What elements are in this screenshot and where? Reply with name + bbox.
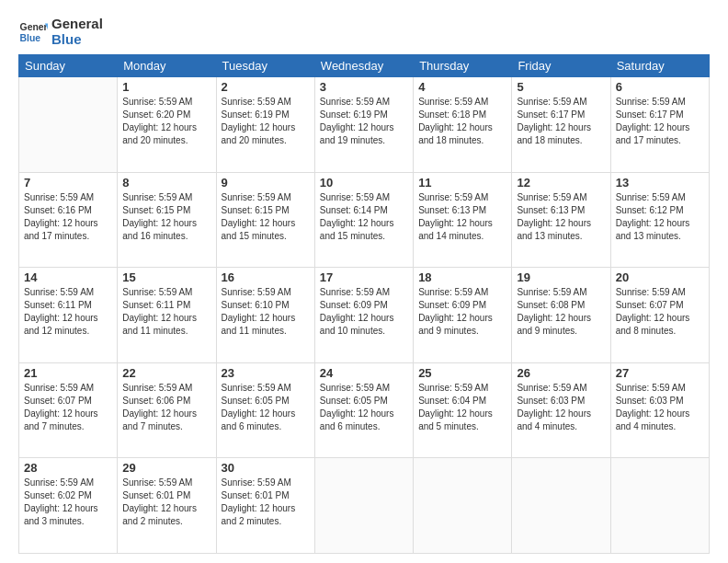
day-info: Sunrise: 5:59 AM Sunset: 6:15 PM Dayligh… [122, 191, 210, 243]
day-info: Sunrise: 5:59 AM Sunset: 6:06 PM Dayligh… [122, 382, 210, 433]
svg-text:General: General [20, 22, 48, 32]
calendar-cell [314, 458, 413, 554]
day-info: Sunrise: 5:59 AM Sunset: 6:14 PM Dayligh… [320, 191, 408, 243]
calendar-cell: 4Sunrise: 5:59 AM Sunset: 6:18 PM Daylig… [414, 77, 512, 173]
calendar-header-row: SundayMondayTuesdayWednesdayThursdayFrid… [19, 55, 710, 77]
calendar-cell: 30Sunrise: 5:59 AM Sunset: 6:01 PM Dayli… [216, 458, 314, 554]
day-number: 1 [122, 80, 210, 94]
page: General Blue General Blue SundayMondayTu… [0, 0, 728, 563]
calendar-cell: 9Sunrise: 5:59 AM Sunset: 6:15 PM Daylig… [216, 172, 314, 268]
calendar-cell: 12Sunrise: 5:59 AM Sunset: 6:13 PM Dayli… [512, 172, 610, 268]
header: General Blue General Blue [18, 17, 710, 47]
calendar-week-row: 14Sunrise: 5:59 AM Sunset: 6:11 PM Dayli… [19, 268, 710, 363]
day-info: Sunrise: 5:59 AM Sunset: 6:12 PM Dayligh… [616, 191, 704, 243]
weekday-header-sunday: Sunday [19, 55, 118, 77]
weekday-header-saturday: Saturday [610, 55, 709, 77]
calendar-cell: 15Sunrise: 5:59 AM Sunset: 6:11 PM Dayli… [118, 268, 216, 363]
calendar-cell: 1Sunrise: 5:59 AM Sunset: 6:20 PM Daylig… [118, 77, 216, 173]
logo-icon: General Blue [18, 17, 48, 47]
weekday-header-friday: Friday [512, 55, 610, 77]
day-info: Sunrise: 5:59 AM Sunset: 6:01 PM Dayligh… [222, 477, 310, 528]
calendar-cell: 21Sunrise: 5:59 AM Sunset: 6:07 PM Dayli… [19, 362, 118, 458]
day-number: 19 [517, 270, 605, 284]
day-number: 26 [517, 366, 605, 380]
day-number: 8 [122, 176, 210, 190]
calendar-cell: 8Sunrise: 5:59 AM Sunset: 6:15 PM Daylig… [118, 172, 216, 268]
day-number: 5 [517, 80, 605, 94]
day-number: 10 [320, 176, 408, 190]
calendar-cell: 16Sunrise: 5:59 AM Sunset: 6:10 PM Dayli… [216, 268, 314, 363]
day-info: Sunrise: 5:59 AM Sunset: 6:17 PM Dayligh… [517, 96, 605, 147]
day-number: 29 [122, 461, 210, 475]
calendar-cell: 5Sunrise: 5:59 AM Sunset: 6:17 PM Daylig… [512, 77, 610, 173]
day-info: Sunrise: 5:59 AM Sunset: 6:09 PM Dayligh… [418, 286, 506, 338]
day-info: Sunrise: 5:59 AM Sunset: 6:08 PM Dayligh… [517, 286, 605, 338]
day-number: 7 [24, 176, 112, 190]
day-number: 25 [418, 366, 506, 380]
day-info: Sunrise: 5:59 AM Sunset: 6:19 PM Dayligh… [320, 96, 408, 147]
day-info: Sunrise: 5:59 AM Sunset: 6:09 PM Dayligh… [320, 286, 408, 338]
svg-text:Blue: Blue [20, 32, 41, 42]
day-number: 2 [222, 80, 310, 94]
day-number: 11 [418, 176, 506, 190]
calendar-week-row: 28Sunrise: 5:59 AM Sunset: 6:02 PM Dayli… [19, 458, 710, 554]
day-number: 15 [122, 270, 210, 284]
calendar-cell: 18Sunrise: 5:59 AM Sunset: 6:09 PM Dayli… [414, 268, 512, 363]
day-number: 13 [616, 176, 704, 190]
calendar-week-row: 1Sunrise: 5:59 AM Sunset: 6:20 PM Daylig… [19, 77, 710, 173]
day-info: Sunrise: 5:59 AM Sunset: 6:03 PM Dayligh… [517, 382, 605, 433]
day-number: 20 [616, 270, 704, 284]
day-info: Sunrise: 5:59 AM Sunset: 6:11 PM Dayligh… [24, 286, 112, 338]
day-number: 6 [616, 80, 704, 94]
calendar-cell: 28Sunrise: 5:59 AM Sunset: 6:02 PM Dayli… [19, 458, 118, 554]
day-info: Sunrise: 5:59 AM Sunset: 6:11 PM Dayligh… [122, 286, 210, 338]
calendar-cell: 10Sunrise: 5:59 AM Sunset: 6:14 PM Dayli… [314, 172, 413, 268]
day-info: Sunrise: 5:59 AM Sunset: 6:02 PM Dayligh… [24, 477, 112, 528]
calendar-cell: 7Sunrise: 5:59 AM Sunset: 6:16 PM Daylig… [19, 172, 118, 268]
calendar-cell: 20Sunrise: 5:59 AM Sunset: 6:07 PM Dayli… [610, 268, 709, 363]
calendar-cell: 23Sunrise: 5:59 AM Sunset: 6:05 PM Dayli… [216, 362, 314, 458]
day-number: 22 [122, 366, 210, 380]
day-number: 14 [24, 270, 112, 284]
day-number: 30 [222, 461, 310, 475]
calendar-cell: 17Sunrise: 5:59 AM Sunset: 6:09 PM Dayli… [314, 268, 413, 363]
weekday-header-monday: Monday [118, 55, 216, 77]
day-info: Sunrise: 5:59 AM Sunset: 6:01 PM Dayligh… [122, 477, 210, 528]
day-info: Sunrise: 5:59 AM Sunset: 6:17 PM Dayligh… [616, 96, 704, 147]
calendar-cell: 22Sunrise: 5:59 AM Sunset: 6:06 PM Dayli… [118, 362, 216, 458]
calendar-cell [414, 458, 512, 554]
day-info: Sunrise: 5:59 AM Sunset: 6:07 PM Dayligh… [24, 382, 112, 433]
day-info: Sunrise: 5:59 AM Sunset: 6:05 PM Dayligh… [320, 382, 408, 433]
day-number: 16 [222, 270, 310, 284]
calendar-cell [512, 458, 610, 554]
day-info: Sunrise: 5:59 AM Sunset: 6:15 PM Dayligh… [222, 191, 310, 243]
calendar-cell: 24Sunrise: 5:59 AM Sunset: 6:05 PM Dayli… [314, 362, 413, 458]
weekday-header-thursday: Thursday [414, 55, 512, 77]
calendar-cell: 27Sunrise: 5:59 AM Sunset: 6:03 PM Dayli… [610, 362, 709, 458]
day-number: 18 [418, 270, 506, 284]
day-number: 12 [517, 176, 605, 190]
calendar-cell [610, 458, 709, 554]
calendar-cell: 25Sunrise: 5:59 AM Sunset: 6:04 PM Dayli… [414, 362, 512, 458]
day-info: Sunrise: 5:59 AM Sunset: 6:13 PM Dayligh… [418, 191, 506, 243]
day-number: 27 [616, 366, 704, 380]
day-number: 21 [24, 366, 112, 380]
calendar-cell: 3Sunrise: 5:59 AM Sunset: 6:19 PM Daylig… [314, 77, 413, 173]
calendar-cell: 26Sunrise: 5:59 AM Sunset: 6:03 PM Dayli… [512, 362, 610, 458]
day-info: Sunrise: 5:59 AM Sunset: 6:10 PM Dayligh… [222, 286, 310, 338]
day-info: Sunrise: 5:59 AM Sunset: 6:05 PM Dayligh… [222, 382, 310, 433]
calendar-cell: 19Sunrise: 5:59 AM Sunset: 6:08 PM Dayli… [512, 268, 610, 363]
day-number: 9 [222, 176, 310, 190]
calendar-week-row: 7Sunrise: 5:59 AM Sunset: 6:16 PM Daylig… [19, 172, 710, 268]
day-number: 4 [418, 80, 506, 94]
weekday-header-tuesday: Tuesday [216, 55, 314, 77]
calendar-cell [19, 77, 118, 173]
day-info: Sunrise: 5:59 AM Sunset: 6:04 PM Dayligh… [418, 382, 506, 433]
day-info: Sunrise: 5:59 AM Sunset: 6:20 PM Dayligh… [122, 96, 210, 147]
logo-blue: Blue [51, 32, 103, 48]
day-info: Sunrise: 5:59 AM Sunset: 6:16 PM Dayligh… [24, 191, 112, 243]
logo: General Blue General Blue [18, 17, 103, 47]
day-info: Sunrise: 5:59 AM Sunset: 6:19 PM Dayligh… [222, 96, 310, 147]
day-info: Sunrise: 5:59 AM Sunset: 6:13 PM Dayligh… [517, 191, 605, 243]
day-info: Sunrise: 5:59 AM Sunset: 6:07 PM Dayligh… [616, 286, 704, 338]
